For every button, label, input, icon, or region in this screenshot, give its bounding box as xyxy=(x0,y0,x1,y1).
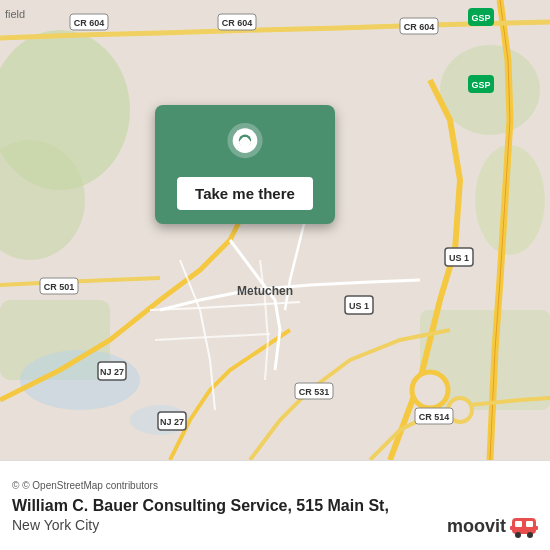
svg-text:CR 604: CR 604 xyxy=(222,18,253,28)
svg-text:NJ 27: NJ 27 xyxy=(160,417,184,427)
svg-text:GSP: GSP xyxy=(471,80,490,90)
svg-point-43 xyxy=(527,532,533,538)
svg-text:NJ 27: NJ 27 xyxy=(100,367,124,377)
svg-text:CR 501: CR 501 xyxy=(44,282,75,292)
take-me-there-button[interactable]: Take me there xyxy=(177,177,313,210)
svg-point-9 xyxy=(412,372,448,408)
svg-rect-45 xyxy=(526,521,533,527)
svg-text:CR 604: CR 604 xyxy=(74,18,105,28)
svg-point-42 xyxy=(515,532,521,538)
svg-text:GSP: GSP xyxy=(471,13,490,23)
pin-icon xyxy=(223,123,267,167)
svg-text:field: field xyxy=(5,8,25,20)
svg-text:US 1: US 1 xyxy=(349,301,369,311)
svg-rect-47 xyxy=(534,526,538,530)
svg-text:CR 514: CR 514 xyxy=(419,412,450,422)
svg-text:US 1: US 1 xyxy=(449,253,469,263)
map-svg: CR 604 CR 604 CR 604 GSP GSP US 1 US 1 N… xyxy=(0,0,550,460)
svg-text:CR 604: CR 604 xyxy=(404,22,435,32)
moovit-brand-icon xyxy=(510,512,538,540)
osm-credit: © © OpenStreetMap contributors xyxy=(12,480,538,491)
bottom-bar: © © OpenStreetMap contributors William C… xyxy=(0,460,550,550)
svg-rect-46 xyxy=(510,526,514,530)
moovit-text: moovit xyxy=(447,516,506,537)
location-card: Take me there xyxy=(155,105,335,224)
svg-point-40 xyxy=(241,137,248,144)
svg-text:Metuchen: Metuchen xyxy=(237,284,293,298)
svg-text:CR 531: CR 531 xyxy=(299,387,330,397)
moovit-logo: moovit xyxy=(447,512,538,540)
map-container: CR 604 CR 604 CR 604 GSP GSP US 1 US 1 N… xyxy=(0,0,550,460)
svg-rect-44 xyxy=(515,521,522,527)
